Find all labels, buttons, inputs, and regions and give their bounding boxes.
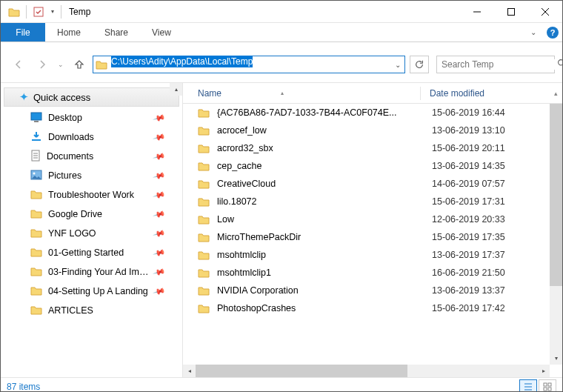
close-button[interactable] [528, 1, 562, 23]
search-box[interactable] [436, 56, 555, 73]
titlebar: ▾ Temp [1, 1, 562, 23]
sidebar-item[interactable]: Documents📌 [1, 147, 182, 166]
window-title: Temp [69, 7, 90, 17]
folder-icon[interactable] [5, 3, 23, 21]
scroll-up-icon[interactable]: ▴ [550, 90, 562, 97]
file-list[interactable]: {AC76BA86-7AD7-1033-7B44-AC0F074E...15-0… [183, 104, 562, 377]
navigation-pane[interactable]: ▴ ✦ Quick access Desktop📌Downloads📌Docum… [1, 83, 183, 377]
vertical-scrollbar[interactable]: ▾ [550, 104, 562, 365]
file-name: lilo.18072 [217, 196, 432, 207]
file-name: cep_cache [217, 161, 432, 171]
tab-view[interactable]: View [140, 23, 183, 41]
horizontal-scrollbar[interactable]: ◂ ▸ [183, 365, 550, 377]
file-name: NVIDIA Corporation [217, 285, 432, 296]
svg-rect-19 [544, 383, 547, 386]
file-row[interactable]: cep_cache13-06-2019 14:35 [183, 157, 562, 175]
sidebar-item-label: Google Drive [48, 209, 102, 219]
help-button[interactable]: ? [543, 23, 562, 41]
hscroll-right-icon[interactable]: ▸ [537, 365, 550, 377]
minimize-button[interactable] [460, 1, 494, 23]
svg-rect-20 [548, 383, 551, 386]
desktop-icon [30, 112, 42, 124]
properties-qat-icon[interactable] [30, 3, 47, 21]
hscroll-thumb[interactable] [196, 365, 407, 377]
file-row[interactable]: Low12-06-2019 20:33 [183, 210, 562, 228]
sidebar-item-label: 04-Setting Up A Landing [48, 286, 148, 296]
address-dropdown-icon[interactable]: ⌄ [391, 61, 404, 69]
sidebar-item[interactable]: Downloads📌 [1, 127, 182, 147]
recent-locations-icon[interactable]: ⌄ [56, 54, 66, 75]
file-name: Low [217, 214, 432, 225]
forward-button[interactable] [32, 54, 53, 75]
hscroll-left-icon[interactable]: ◂ [183, 365, 196, 377]
sidebar-item-label: ARTICLES [48, 305, 93, 316]
file-row[interactable]: NVIDIA Corporation13-06-2019 13:37 [183, 282, 562, 299]
file-name: acrord32_sbx [217, 143, 432, 153]
tab-share[interactable]: Share [93, 23, 140, 41]
vscroll-down-icon[interactable]: ▾ [550, 352, 562, 365]
maximize-button[interactable] [494, 1, 528, 23]
file-row[interactable]: PhotoshopCrashes15-06-2019 17:42 [183, 299, 562, 317]
sidebar-item[interactable]: YNF LOGO📌 [1, 224, 182, 243]
file-date: 12-06-2019 20:33 [432, 214, 505, 225]
address-bar[interactable]: C:\Users\Adity\AppData\Local\Temp ⌄ [93, 56, 405, 73]
thumbnails-view-button[interactable] [539, 379, 556, 393]
file-row[interactable]: MicroThemePackDir15-06-2019 17:35 [183, 228, 562, 246]
sidebar-item[interactable]: Troubleshooter Work📌 [1, 185, 182, 205]
ribbon-expand-icon[interactable]: ⌄ [524, 23, 543, 41]
file-date: 13-06-2019 17:37 [432, 250, 505, 260]
sidebar-item[interactable]: 01-Getting Started📌 [1, 243, 182, 262]
address-input[interactable]: C:\Users\Adity\AppData\Local\Temp [110, 56, 391, 73]
sidebar-item-label: Downloads [48, 132, 94, 142]
up-button[interactable] [69, 54, 90, 75]
sidebar-item[interactable]: Google Drive📌 [1, 205, 182, 224]
column-name[interactable]: Name ▴ [183, 88, 420, 99]
folder-icon [30, 305, 42, 317]
file-row[interactable]: msohtmlclip116-06-2019 21:50 [183, 264, 562, 282]
file-tab[interactable]: File [1, 23, 45, 41]
sidebar-item-label: 03-Finding Your Ad Image [48, 267, 152, 277]
file-date: 15-06-2019 20:11 [432, 143, 505, 153]
help-icon: ? [547, 27, 559, 39]
svg-rect-2 [508, 8, 515, 15]
sidebar-item[interactable]: 03-Finding Your Ad Image📌 [1, 262, 182, 282]
pin-icon: 📌 [153, 169, 167, 182]
quick-access-toolbar: ▾ [1, 3, 64, 21]
file-row[interactable]: msohtmlclip13-06-2019 17:37 [183, 246, 562, 264]
file-row[interactable]: lilo.1807215-06-2019 17:31 [183, 193, 562, 210]
address-folder-icon [93, 59, 110, 70]
file-date: 13-06-2019 13:10 [432, 125, 505, 136]
tab-home[interactable]: Home [45, 23, 93, 41]
quick-access-header[interactable]: ✦ Quick access [4, 87, 179, 107]
file-name: {AC76BA86-7AD7-1033-7B44-AC0F074E... [217, 107, 432, 118]
refresh-button[interactable] [410, 56, 429, 73]
file-row[interactable]: CreativeCloud14-06-2019 07:57 [183, 175, 562, 193]
search-input[interactable] [437, 59, 557, 70]
svg-point-5 [559, 60, 563, 65]
sidebar-item[interactable]: ARTICLES [1, 301, 182, 320]
file-row[interactable]: {AC76BA86-7AD7-1033-7B44-AC0F074E...15-0… [183, 104, 562, 122]
details-view-button[interactable] [519, 379, 537, 393]
file-name: PhotoshopCrashes [217, 303, 432, 313]
file-name: CreativeCloud [217, 179, 432, 189]
file-row[interactable]: acrord32_sbx15-06-2019 20:11 [183, 139, 562, 157]
back-button[interactable] [8, 54, 29, 75]
sidebar-item-label: Desktop [48, 113, 82, 123]
file-name: msohtmlclip1 [217, 268, 432, 278]
file-date: 15-06-2019 17:35 [432, 232, 505, 242]
column-date[interactable]: Date modified [421, 88, 550, 99]
folder-icon [198, 268, 211, 278]
pin-icon: 📌 [153, 188, 167, 202]
folder-icon [198, 107, 211, 118]
folder-icon [30, 285, 42, 298]
search-icon[interactable] [557, 59, 563, 70]
sidebar-item[interactable]: 04-Setting Up A Landing📌 [1, 282, 182, 301]
file-row[interactable]: acrocef_low13-06-2019 13:10 [183, 122, 562, 139]
qat-dropdown-icon[interactable]: ▾ [47, 3, 58, 21]
vscroll-thumb[interactable] [550, 104, 562, 286]
file-name: MicroThemePackDir [217, 232, 432, 242]
folder-icon [198, 161, 211, 171]
sidebar-item[interactable]: Desktop📌 [1, 108, 182, 127]
navpane-scroll-up-icon[interactable]: ▴ [170, 83, 182, 96]
sidebar-item[interactable]: Pictures📌 [1, 166, 182, 185]
